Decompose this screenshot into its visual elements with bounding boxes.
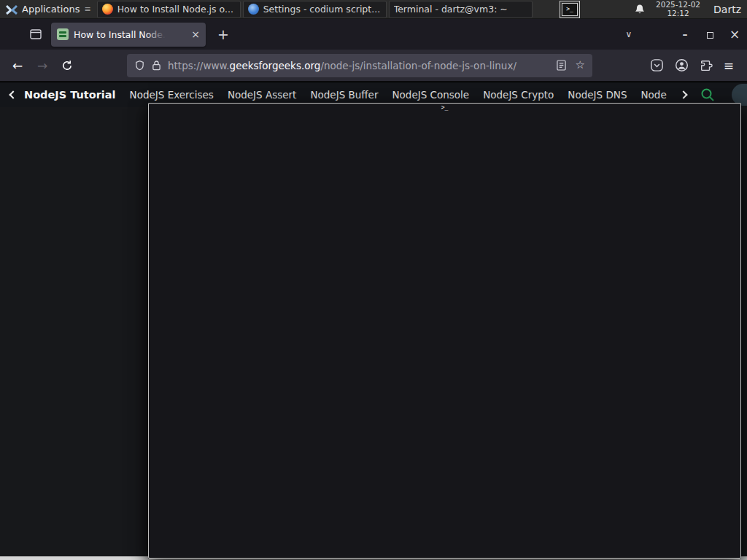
applications-label: Applications [22, 4, 80, 15]
menu-hamburger-icon[interactable]: ≡ [724, 58, 734, 73]
reader-mode-icon[interactable] [557, 60, 566, 71]
back-button[interactable]: ← [9, 58, 26, 73]
chevron-right-icon[interactable] [679, 90, 687, 98]
top-panel: Applications ≡ How to Install Node.js o.… [0, 0, 747, 19]
menu-lines-icon: ≡ [84, 4, 90, 14]
desktop: Applications ≡ How to Install Node.js o.… [0, 0, 747, 560]
terminal-glyph: >_ [562, 3, 578, 16]
taskbar-button-label: How to Install Node.js o... [117, 4, 233, 15]
terminal-tray-icon[interactable]: >_ [560, 1, 580, 18]
url-text: https://www.geeksforgeeks.org/node-js/in… [168, 60, 516, 71]
nav-link[interactable]: NodeJS Assert [228, 89, 297, 101]
codium-icon [248, 4, 259, 15]
taskbar-button-label: Settings - codium script... [263, 4, 380, 15]
pocket-icon[interactable] [650, 58, 664, 72]
window-controls: ∨ – × [618, 27, 747, 42]
search-icon[interactable] [700, 88, 715, 102]
nav-link[interactable]: NodeJS Console [392, 89, 469, 101]
taskbar-button-label: Terminal - dartz@vm3: ~ [394, 4, 508, 15]
account-icon[interactable] [675, 58, 689, 72]
tab-close-icon[interactable]: × [191, 29, 200, 39]
firefox-icon [102, 4, 113, 15]
tab-bar: How to Install Node.js on × + ∨ – × [0, 19, 747, 50]
lock-icon[interactable] [152, 60, 161, 71]
nav-link[interactable]: NodeJS Crypto [483, 89, 554, 101]
nav-link[interactable]: NodeJS Exercises [130, 89, 214, 101]
nav-link[interactable]: Node [640, 89, 666, 101]
new-tab-button[interactable]: + [217, 26, 229, 42]
chevron-left-icon[interactable] [9, 90, 17, 98]
nav-link[interactable]: NodeJS DNS [568, 89, 627, 101]
list-tabs-icon[interactable]: ∨ [618, 29, 640, 39]
nav-link[interactable]: NodeJS Buffer [310, 89, 378, 101]
page-nav-links: NodeJS TutorialNodeJS ExercisesNodeJS As… [30, 89, 667, 101]
notification-bell-icon[interactable] [634, 4, 646, 15]
taskbar-button-terminal[interactable]: >_Terminal - dartz@vm3: ~ [389, 1, 533, 18]
taskbar: How to Install Node.js o...Settings - co… [95, 0, 533, 19]
applications-menu-button[interactable]: Applications ≡ [0, 0, 95, 19]
extensions-icon[interactable] [700, 59, 713, 72]
geeksforgeeks-favicon [57, 28, 69, 40]
clock-time: 12:12 [667, 9, 689, 18]
window-close-button[interactable]: × [722, 27, 747, 42]
tab-title: How to Install Node.js on [74, 29, 166, 40]
url-bar[interactable]: https://www.geeksforgeeks.org/node-js/in… [127, 54, 592, 77]
url-domain: geeksforgeeks.org [230, 60, 321, 71]
url-scheme: https://www. [168, 60, 230, 71]
navigation-toolbar: ← → https://www.geeksforgeeks.org/node-j… [0, 50, 747, 82]
firefox-view-icon[interactable] [26, 25, 45, 44]
reload-button[interactable] [58, 60, 76, 71]
system-tray: >_ 2025-12-02 12:12 Dartz [560, 0, 747, 19]
clock-date: 2025-12-02 [656, 1, 700, 9]
taskbar-button-firefox[interactable]: How to Install Node.js o... [97, 1, 241, 18]
clock[interactable]: 2025-12-02 12:12 [656, 1, 700, 18]
bookmark-star-icon[interactable]: ☆ [576, 60, 585, 71]
user-menu[interactable]: Dartz [713, 4, 741, 15]
xfce-logo-icon [6, 4, 18, 15]
window-minimize-button[interactable]: – [673, 28, 697, 40]
nav-link[interactable]: NodeJS Tutorial [24, 89, 116, 101]
window-maximize-button[interactable] [697, 28, 722, 42]
shield-icon[interactable] [134, 60, 145, 71]
url-path: /node-js/installation-of-node-js-on-linu… [320, 60, 516, 71]
forward-button[interactable]: → [34, 58, 51, 73]
browser-tab[interactable]: How to Install Node.js on × [51, 23, 206, 47]
toolbar-right-icons: ≡ [650, 58, 734, 73]
taskbar-button-codium[interactable]: Settings - codium script... [243, 1, 387, 18]
